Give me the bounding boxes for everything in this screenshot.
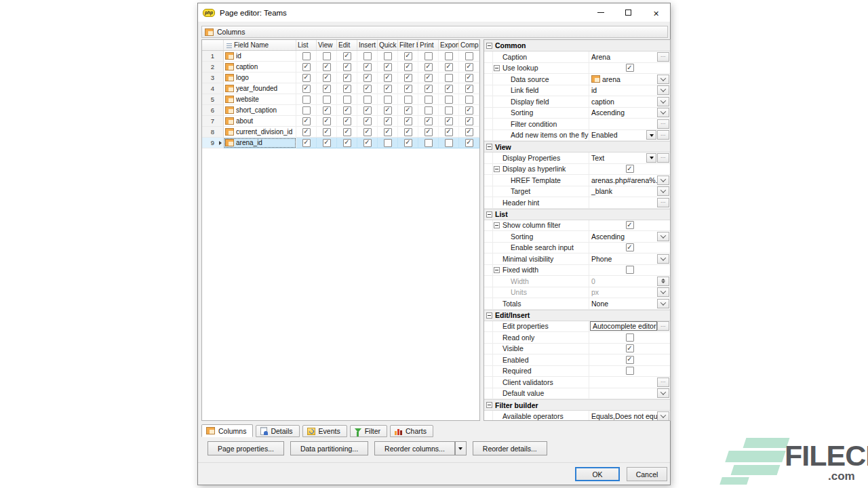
property-checkbox[interactable] <box>626 221 634 229</box>
title-bar[interactable]: php Page editor: Teams <box>198 3 670 22</box>
chevron-down-button[interactable] <box>657 287 669 297</box>
field-flag-checkbox[interactable] <box>384 85 392 93</box>
grid-row[interactable]: 5website <box>202 94 479 105</box>
ellipsis-button[interactable]: … <box>657 130 669 140</box>
property-value-box[interactable]: caption <box>589 97 657 106</box>
collapse-minus-icon[interactable] <box>486 312 492 319</box>
tab-filter[interactable]: Filter <box>350 425 387 437</box>
ellipsis-button[interactable]: … <box>657 198 669 207</box>
property-checkbox[interactable] <box>626 367 634 375</box>
property-value-box[interactable]: Text <box>589 153 657 163</box>
property-value-box[interactable] <box>589 220 670 230</box>
field-flag-checkbox[interactable] <box>425 139 433 147</box>
property-value-box[interactable]: 0 <box>589 277 657 286</box>
collapse-minus-icon[interactable] <box>494 222 500 228</box>
field-flag-checkbox[interactable] <box>425 74 433 82</box>
property-value-box[interactable]: Autocomplete editor <box>590 321 657 331</box>
field-flag-checkbox[interactable] <box>465 106 473 115</box>
field-flag-checkbox[interactable] <box>302 74 311 82</box>
field-flag-checkbox[interactable] <box>323 52 331 60</box>
field-flag-checkbox[interactable] <box>465 128 473 136</box>
field-flag-checkbox[interactable] <box>425 85 433 93</box>
field-flag-checkbox[interactable] <box>384 74 392 82</box>
property-value-box[interactable] <box>589 265 670 274</box>
field-name-header[interactable]: Field Name <box>224 40 296 50</box>
property-value-box[interactable] <box>589 355 670 365</box>
field-flag-checkbox[interactable] <box>445 63 453 71</box>
column-header[interactable]: List <box>296 40 317 50</box>
property-value-box[interactable]: Equals,Does not equa... <box>589 411 657 421</box>
collapse-minus-icon[interactable] <box>494 65 500 71</box>
field-flag-checkbox[interactable] <box>302 63 311 71</box>
property-checkbox[interactable] <box>626 333 634 342</box>
field-flag-checkbox[interactable] <box>302 106 311 115</box>
field-name-cell[interactable]: year_founded <box>224 83 296 94</box>
collapse-minus-icon[interactable] <box>494 166 500 172</box>
collapse-minus-icon[interactable] <box>486 402 492 408</box>
field-flag-checkbox[interactable] <box>323 96 331 104</box>
tab-columns[interactable]: Columns <box>201 424 253 437</box>
ellipsis-button[interactable]: … <box>657 321 669 331</box>
field-flag-checkbox[interactable] <box>323 85 331 93</box>
dropdown-arrow-button[interactable] <box>646 153 656 163</box>
data-partitioning-button[interactable]: Data partitioning... <box>290 441 368 455</box>
field-flag-checkbox[interactable] <box>302 139 311 147</box>
property-value-box[interactable]: arenas.php#arena%... <box>589 176 657 185</box>
field-flag-checkbox[interactable] <box>343 139 351 147</box>
property-value-box[interactable]: arena <box>589 75 657 84</box>
grid-row[interactable]: 1id <box>202 51 479 62</box>
grid-row[interactable]: 7about <box>202 116 479 127</box>
property-value[interactable]: Ascending <box>591 232 625 241</box>
field-flag-checkbox[interactable] <box>465 96 473 104</box>
property-value-box[interactable]: Phone <box>589 254 657 264</box>
property-checkbox[interactable] <box>626 64 634 72</box>
field-flag-checkbox[interactable] <box>404 52 412 60</box>
page-properties-button[interactable]: Page properties... <box>208 441 284 455</box>
field-flag-checkbox[interactable] <box>343 106 351 115</box>
field-flag-checkbox[interactable] <box>384 63 392 71</box>
field-flag-checkbox[interactable] <box>445 96 453 104</box>
field-flag-checkbox[interactable] <box>445 106 453 115</box>
field-flag-checkbox[interactable] <box>363 106 372 115</box>
column-header[interactable]: Quick <box>378 40 398 50</box>
field-flag-checkbox[interactable] <box>384 117 392 125</box>
minimize-button[interactable] <box>587 3 614 22</box>
reorder-columns-dropdown-button[interactable] <box>455 441 467 455</box>
property-value-box[interactable] <box>589 198 657 207</box>
cancel-button[interactable]: Cancel <box>627 467 667 481</box>
property-value-box[interactable]: None <box>589 299 657 308</box>
property-checkbox[interactable] <box>626 243 634 251</box>
grid-row[interactable]: 4year_founded <box>202 83 479 94</box>
property-value[interactable]: 0 <box>591 277 595 285</box>
field-name-cell[interactable]: about <box>224 116 296 127</box>
field-flag-checkbox[interactable] <box>465 139 473 147</box>
ellipsis-button[interactable]: … <box>657 378 669 387</box>
chevron-down-button[interactable] <box>657 75 669 84</box>
field-flag-checkbox[interactable] <box>363 74 372 82</box>
field-flag-checkbox[interactable] <box>445 139 453 147</box>
field-flag-checkbox[interactable] <box>363 85 372 93</box>
collapse-minus-icon[interactable] <box>486 43 492 49</box>
field-flag-checkbox[interactable] <box>363 63 372 71</box>
tab-details[interactable]: Details <box>256 425 299 437</box>
property-value[interactable]: Ascending <box>591 108 625 117</box>
property-value[interactable]: None <box>591 300 608 308</box>
field-flag-checkbox[interactable] <box>445 52 453 60</box>
field-flag-checkbox[interactable] <box>343 117 351 125</box>
grid-row[interactable]: 9arena_id <box>202 138 479 148</box>
ellipsis-button[interactable]: … <box>657 52 669 62</box>
ellipsis-button[interactable]: … <box>657 153 669 163</box>
property-value[interactable]: id <box>591 86 597 94</box>
column-header[interactable]: Insert <box>357 40 378 50</box>
column-header[interactable]: View <box>317 40 337 50</box>
field-name-cell[interactable]: short_caption <box>224 105 296 116</box>
column-header[interactable]: Compa <box>459 40 479 50</box>
field-flag-checkbox[interactable] <box>343 74 351 82</box>
field-flag-checkbox[interactable] <box>404 96 412 104</box>
property-value-box[interactable] <box>589 378 657 387</box>
property-value[interactable]: Autocomplete editor <box>593 322 656 330</box>
field-flag-checkbox[interactable] <box>323 139 331 147</box>
property-value-box[interactable]: Ascending <box>589 232 657 241</box>
dropdown-arrow-button[interactable] <box>646 130 656 140</box>
field-flag-checkbox[interactable] <box>425 63 433 71</box>
